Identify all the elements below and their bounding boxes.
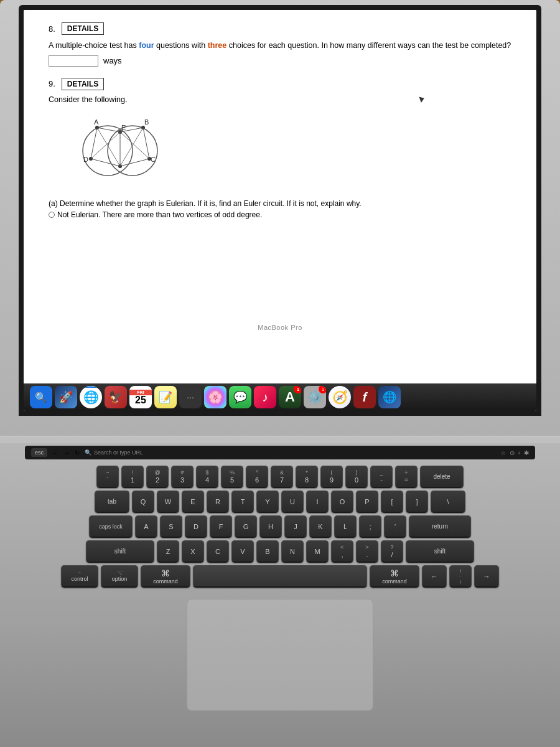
key-a[interactable]: A (135, 515, 157, 538)
key-g[interactable]: G (235, 515, 257, 538)
key-d[interactable]: D (185, 515, 207, 538)
key-period[interactable]: >. (356, 540, 378, 563)
key-s[interactable]: S (160, 515, 182, 538)
graph-container: A B E D C (73, 110, 511, 193)
svg-text:A: A (94, 118, 99, 126)
launchpad-icon: 🚀 (59, 390, 73, 404)
dock-photos[interactable]: 🌸 (204, 386, 226, 408)
touchbar-back[interactable]: ← (52, 449, 58, 456)
dock-mackeeper[interactable]: 🦅 (105, 386, 127, 408)
key-tilde[interactable]: ~` (96, 466, 119, 488)
key-u[interactable]: U (281, 491, 304, 513)
trackpad[interactable] (187, 599, 373, 711)
key-command-left[interactable]: ⌘ command (141, 565, 190, 588)
dock-launchpad[interactable]: 🚀 (55, 386, 77, 408)
key-y[interactable]: Y (256, 491, 279, 513)
chrome-icon: 🌐 (83, 390, 99, 405)
key-delete[interactable]: delete (420, 466, 464, 488)
key-f[interactable]: F (210, 515, 232, 538)
touchbar-esc[interactable]: esc (31, 448, 47, 457)
key-tab[interactable]: tab (95, 491, 129, 513)
key-r[interactable]: R (207, 491, 229, 513)
key-comma[interactable]: <, (331, 540, 353, 563)
key-i[interactable]: I (306, 491, 329, 513)
dock-messages[interactable]: 💬 (229, 386, 251, 408)
key-arrow-updown[interactable]: ↑ ↓ (449, 565, 472, 588)
command-label-left: command (153, 578, 178, 585)
key-e[interactable]: E (182, 491, 204, 513)
modifier-row: ^ control ⌥ option ⌘ command ⌘ (21, 565, 539, 588)
key-backslash[interactable]: \ (431, 491, 465, 513)
key-5[interactable]: %5 (221, 466, 243, 488)
key-shift-right[interactable]: shift (406, 540, 474, 563)
dock-music[interactable]: ♪ (254, 386, 276, 408)
key-l[interactable]: L (334, 515, 357, 538)
touchbar-forward[interactable]: → (63, 449, 70, 456)
command-label-right: command (382, 578, 407, 585)
key-control[interactable]: ^ control (61, 565, 98, 588)
key-shift-left[interactable]: shift (86, 540, 154, 563)
key-3[interactable]: #3 (171, 466, 194, 488)
key-z[interactable]: Z (157, 540, 179, 563)
key-v[interactable]: V (231, 540, 254, 563)
dock-safari[interactable]: 🧭 (329, 386, 351, 408)
key-t[interactable]: T (231, 491, 254, 513)
key-n[interactable]: N (281, 540, 304, 563)
key-m[interactable]: M (306, 540, 329, 563)
key-k[interactable]: K (309, 515, 332, 538)
touchbar-download[interactable]: ⊙ (510, 449, 515, 456)
key-option[interactable]: ⌥ option (101, 565, 138, 588)
radio-selected[interactable] (49, 212, 55, 218)
key-arrow-right[interactable]: → (474, 565, 499, 588)
key-minus[interactable]: _- (370, 466, 393, 488)
key-rbracket[interactable]: ] (406, 491, 428, 513)
answer-box-8[interactable] (49, 55, 98, 67)
key-x[interactable]: X (182, 540, 204, 563)
dock-globe[interactable]: 🌐 (378, 386, 401, 408)
key-capslock[interactable]: caps lock (89, 515, 133, 538)
key-slash[interactable]: ?/ (381, 540, 403, 563)
svg-text:D: D (83, 156, 88, 163)
key-spacebar[interactable] (193, 565, 367, 588)
key-b[interactable]: B (256, 540, 279, 563)
key-o[interactable]: O (331, 491, 353, 513)
dock-fontbook[interactable]: A 1 (279, 386, 301, 408)
touchbar-settings[interactable]: ✱ (524, 449, 529, 456)
key-7[interactable]: &7 (271, 466, 293, 488)
touchbar-back-arrow[interactable]: ‹ (518, 449, 520, 456)
key-2[interactable]: @2 (146, 466, 169, 488)
dock-sysprefs[interactable]: ⚙️ 1 (304, 386, 326, 408)
key-lbracket[interactable]: [ (381, 491, 403, 513)
touchbar-refresh[interactable]: ↻ (75, 449, 80, 456)
key-return[interactable]: return (409, 515, 471, 538)
key-q[interactable]: Q (132, 491, 154, 513)
question-9-badge: DETAILS (62, 78, 104, 90)
key-9[interactable]: (9 (320, 466, 343, 488)
key-semicolon[interactable]: ; (359, 515, 381, 538)
key-6[interactable]: ^6 (246, 466, 268, 488)
key-equals[interactable]: += (395, 466, 418, 488)
dock-more[interactable]: ··· (179, 386, 202, 408)
dock-notes[interactable]: 📝 (154, 386, 177, 408)
key-j[interactable]: J (284, 515, 307, 538)
key-arrow-left[interactable]: ← (422, 565, 447, 588)
question-8-badge: DETAILS (62, 22, 104, 35)
dock-font-f[interactable]: f (353, 386, 376, 408)
highlight-three: three (208, 41, 227, 50)
key-1[interactable]: !1 (121, 466, 144, 488)
dock-calendar[interactable]: FRI 25 (129, 386, 152, 408)
key-4[interactable]: $4 (196, 466, 218, 488)
key-quote[interactable]: ' (384, 515, 406, 538)
touchbar-bookmark[interactable]: ☆ (500, 449, 506, 456)
key-command-right[interactable]: ⌘ command (370, 565, 419, 588)
key-8[interactable]: *8 (296, 466, 318, 488)
dock-finder[interactable]: 🔍 (30, 386, 52, 408)
touchbar-search[interactable]: 🔍 Search or type URL (85, 449, 495, 456)
key-w[interactable]: W (157, 491, 179, 513)
dock-chrome[interactable]: 🌐 11,563 (80, 386, 102, 408)
screen-bezel: 8. DETAILS A multiple-choice test has fo… (19, 5, 541, 416)
key-c[interactable]: C (207, 540, 229, 563)
key-0[interactable]: )0 (345, 466, 368, 488)
key-p[interactable]: P (356, 491, 378, 513)
key-h[interactable]: H (259, 515, 282, 538)
